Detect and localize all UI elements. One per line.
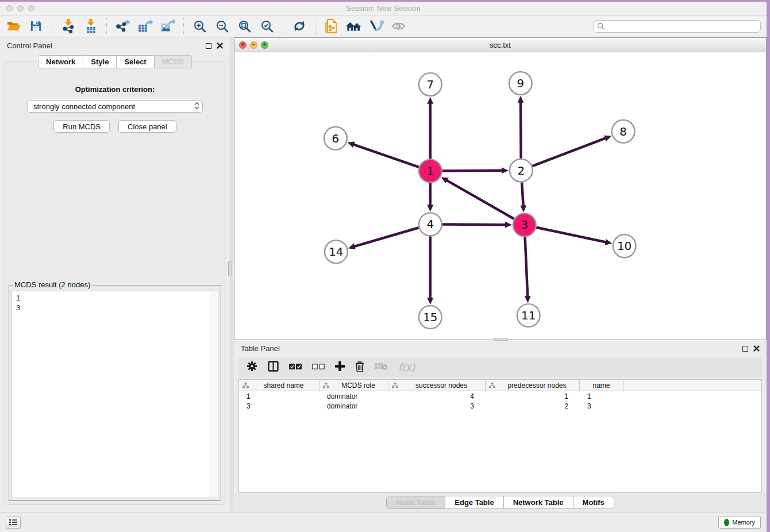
automation-panel-button[interactable] xyxy=(6,516,21,529)
close-panel-icon[interactable] xyxy=(217,43,223,49)
zoom-fit-icon[interactable] xyxy=(237,18,252,34)
apply-layout-icon[interactable] xyxy=(291,18,307,34)
tab-node-table[interactable]: Node Table xyxy=(387,496,445,508)
table-body: 1dominator4113dominator323 xyxy=(239,391,761,411)
tab-select[interactable]: Select xyxy=(117,55,154,68)
select-stepper-icon xyxy=(194,102,200,111)
minimize-window-icon[interactable] xyxy=(17,5,24,11)
mcds-result-textarea[interactable]: 13 xyxy=(11,291,218,498)
delete-table-icon[interactable] xyxy=(375,362,388,373)
graph-edge-2-9[interactable] xyxy=(521,101,521,159)
graph-node-label-14: 14 xyxy=(329,245,343,259)
graph-edge-3-11[interactable] xyxy=(525,237,528,298)
graph-edge-arrow-3-10 xyxy=(605,239,612,245)
tab-style[interactable]: Style xyxy=(83,55,117,68)
graph-edge-1-6[interactable] xyxy=(352,144,419,167)
birdseye-view-icon[interactable] xyxy=(391,18,406,34)
tab-mcds[interactable]: MCDS xyxy=(155,55,192,68)
export-table-icon[interactable] xyxy=(137,18,153,34)
tab-network-table[interactable]: Network Table xyxy=(504,496,573,508)
zoom-selected-icon[interactable] xyxy=(259,18,275,34)
add-column-icon[interactable] xyxy=(335,361,345,373)
splitter-grip-horizontal[interactable] xyxy=(493,338,508,341)
close-table-panel-icon[interactable] xyxy=(753,345,760,352)
welcome-screen-icon[interactable] xyxy=(346,18,361,34)
float-table-panel-icon[interactable] xyxy=(742,346,748,352)
column-header-mcds-role[interactable]: MCDS role xyxy=(319,380,388,391)
graph-node-label-15: 15 xyxy=(423,311,437,324)
unselect-all-columns-icon[interactable] xyxy=(312,362,325,372)
network-canvas[interactable]: 7968124314101511 xyxy=(234,52,766,340)
network-minimize-icon[interactable] xyxy=(250,41,257,49)
import-table-icon[interactable] xyxy=(83,18,98,34)
window-title: Session: New Session xyxy=(0,4,767,13)
window-titlebar: Session: New Session xyxy=(0,2,767,16)
network-zoom-icon[interactable] xyxy=(261,41,268,49)
network-close-icon[interactable] xyxy=(239,41,247,49)
graph-node-label-11: 11 xyxy=(521,309,536,322)
toolbar-separator xyxy=(315,18,315,34)
table-settings-icon[interactable] xyxy=(247,361,257,374)
export-network-icon[interactable] xyxy=(115,18,130,34)
function-builder-icon[interactable]: f(x) xyxy=(398,361,415,373)
network-window: scc.txt 7968124314101511 xyxy=(234,37,767,340)
export-image-icon[interactable] xyxy=(160,18,175,34)
network-graph: 7968124314101511 xyxy=(234,52,766,340)
graph-edge-2-8[interactable] xyxy=(532,138,607,166)
column-header-name[interactable]: name xyxy=(580,380,623,391)
column-label: predecessor nodes xyxy=(498,381,576,390)
search-input[interactable] xyxy=(607,22,757,30)
table-row[interactable]: 3dominator323 xyxy=(239,401,761,411)
memory-button[interactable]: Memory xyxy=(718,516,761,529)
import-network-icon[interactable] xyxy=(60,18,76,34)
run-mcds-button[interactable]: Run MCDS xyxy=(53,120,110,133)
search-field[interactable] xyxy=(593,20,761,33)
graph-edge-arrow-1-6 xyxy=(348,142,355,148)
column-label: name xyxy=(583,381,619,390)
column-header-successor-nodes[interactable]: successor nodes xyxy=(388,380,486,391)
mcds-result-lines: 13 xyxy=(12,291,218,314)
criterion-select[interactable]: strongly connected component xyxy=(27,100,203,113)
right-column: scc.txt 7968124314101511 Table Panel xyxy=(234,37,767,512)
graph-edge-arrow-1-4 xyxy=(427,205,433,211)
graph-edge-4-3[interactable] xyxy=(442,225,507,225)
select-all-columns-icon[interactable] xyxy=(289,362,302,372)
tab-edge-table[interactable]: Edge Table xyxy=(445,496,503,508)
graph-edge-3-1[interactable] xyxy=(446,180,514,219)
tab-network[interactable]: Network xyxy=(38,55,83,68)
float-panel-icon[interactable] xyxy=(206,43,211,49)
zoom-window-icon[interactable] xyxy=(28,5,34,11)
column-header-shared-name[interactable]: shared name xyxy=(239,380,319,391)
close-window-icon[interactable] xyxy=(6,5,13,11)
control-panel-tabs: NetworkStyleSelectMCDS xyxy=(0,55,230,68)
save-session-icon[interactable] xyxy=(28,18,44,34)
graph-node-label-7: 7 xyxy=(426,78,434,91)
tree-icon xyxy=(489,383,495,388)
graph-node-label-2: 2 xyxy=(517,164,525,178)
result-scrollbar[interactable] xyxy=(210,292,217,497)
zoom-in-icon[interactable] xyxy=(192,18,207,34)
graph-edge-arrow-1-7 xyxy=(427,97,433,104)
graph-edge-4-14[interactable] xyxy=(353,228,418,246)
new-network-from-selection-icon[interactable] xyxy=(324,18,339,34)
graph-edge-3-10[interactable] xyxy=(536,228,607,242)
show-columns-icon[interactable] xyxy=(268,361,279,374)
table-panel-title: Table Panel xyxy=(241,344,280,353)
table-row[interactable]: 1dominator411 xyxy=(239,391,761,401)
network-window-titlebar: scc.txt xyxy=(234,38,766,52)
node-table[interactable]: shared nameMCDS rolesuccessor nodesprede… xyxy=(238,379,762,493)
zoom-out-icon[interactable] xyxy=(214,18,230,34)
graph-edge-arrow-2-8 xyxy=(604,136,611,141)
graphics-details-icon[interactable] xyxy=(368,18,384,34)
tab-motifs[interactable]: Motifs xyxy=(573,496,614,508)
delete-columns-icon[interactable] xyxy=(355,361,364,374)
graph-edge-2-3[interactable] xyxy=(522,183,523,207)
table-tabs: Node TableEdge TableNetwork TableMotifs xyxy=(386,496,614,509)
graph-edge-1-2[interactable] xyxy=(442,171,503,171)
open-session-icon[interactable] xyxy=(6,18,21,34)
column-header-predecessor-nodes[interactable]: predecessor nodes xyxy=(486,380,580,391)
tree-icon xyxy=(323,383,329,388)
splitter-grip-vertical[interactable] xyxy=(228,261,232,276)
graph-node-label-1: 1 xyxy=(426,165,434,178)
close-panel-button[interactable]: Close panel xyxy=(118,120,176,133)
